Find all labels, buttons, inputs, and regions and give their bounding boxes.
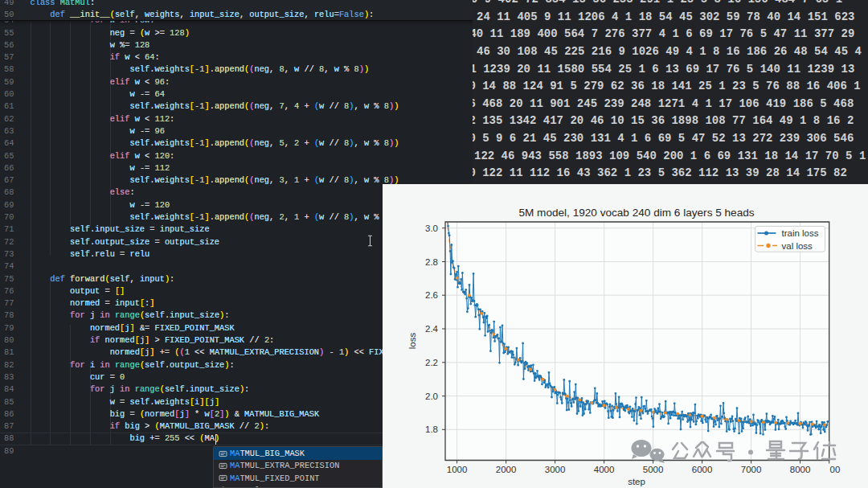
svg-text:2.8: 2.8 [425, 257, 438, 267]
svg-text:1000: 1000 [447, 465, 468, 474]
svg-text:3000: 3000 [545, 465, 566, 474]
svg-text:5000: 5000 [643, 465, 664, 474]
svg-text:2000: 2000 [496, 465, 517, 474]
svg-text:2.0: 2.0 [425, 392, 438, 401]
svg-text:8000: 8000 [790, 465, 811, 474]
svg-text:2.4: 2.4 [425, 324, 439, 334]
svg-text:7000: 7000 [741, 465, 762, 474]
svg-text:1.8: 1.8 [425, 424, 438, 434]
svg-text:train loss: train loss [782, 228, 819, 238]
svg-text:5M model, 1920 vocab 240 dim 6: 5M model, 1920 vocab 240 dim 6 layers 5 … [518, 207, 754, 219]
svg-text:2.2: 2.2 [425, 358, 438, 367]
svg-text:00: 00 [830, 465, 841, 474]
svg-text:4000: 4000 [594, 465, 615, 474]
svg-text:step: step [628, 477, 645, 486]
svg-text:3.0: 3.0 [425, 223, 438, 233]
svg-text:2.6: 2.6 [425, 290, 438, 300]
svg-text:val loss: val loss [782, 241, 813, 251]
svg-text:loss: loss [407, 333, 417, 350]
svg-text:6000: 6000 [692, 465, 713, 474]
